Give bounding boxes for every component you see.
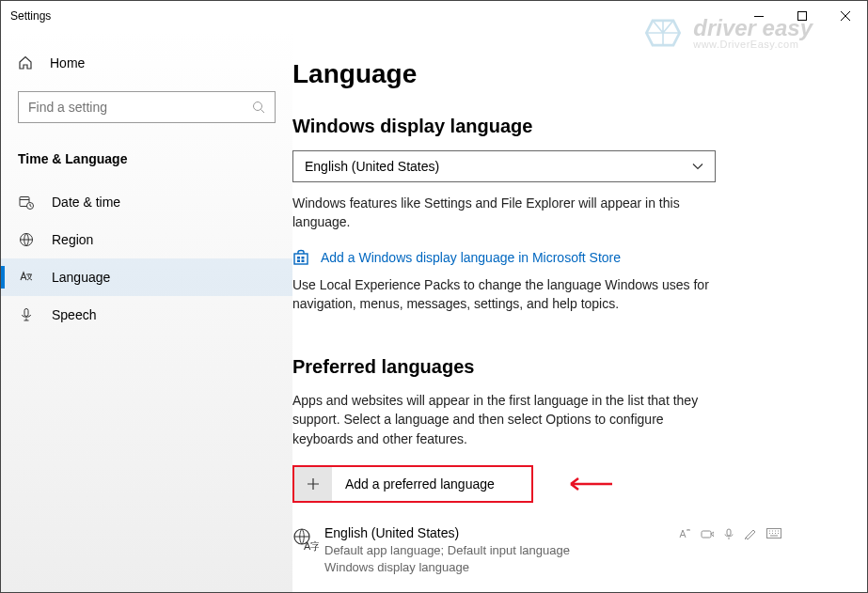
dropdown-selected: English (United States) <box>305 159 439 174</box>
annotation-arrow <box>565 476 612 492</box>
display-language-dropdown[interactable]: English (United States) <box>292 150 716 182</box>
sidebar-item-date-time[interactable]: Date & time <box>1 183 292 221</box>
sidebar-item-label: Date & time <box>52 195 120 210</box>
language-entry-icon: A字 <box>292 525 324 575</box>
svg-rect-16 <box>767 528 781 538</box>
svg-text:A字: A字 <box>304 540 319 552</box>
search-icon <box>252 101 265 114</box>
maximize-button[interactable] <box>781 1 824 31</box>
calendar-clock-icon <box>18 195 35 210</box>
svg-rect-1 <box>798 12 807 21</box>
handwriting-icon <box>744 528 757 540</box>
home-nav[interactable]: Home <box>1 48 292 78</box>
keyboard-icon <box>766 528 781 540</box>
svg-rect-6 <box>24 309 28 317</box>
display-language-heading: Windows display language <box>292 116 829 137</box>
language-icon <box>18 270 35 285</box>
sidebar-item-region[interactable]: Region <box>1 221 292 258</box>
window-controls <box>737 1 867 31</box>
sidebar-item-label: Speech <box>52 307 96 322</box>
svg-rect-0 <box>754 16 764 17</box>
titlebar: Settings <box>1 1 867 31</box>
sidebar: Home Time & Language Date & time Region <box>1 31 292 592</box>
preferred-languages-desc: Apps and websites will appear in the fir… <box>292 391 725 448</box>
svg-rect-7 <box>294 254 308 264</box>
language-entry[interactable]: A字 English (United States) Default app l… <box>292 525 781 575</box>
language-sub1: Default app language; Default input lang… <box>324 542 781 559</box>
home-icon <box>18 55 33 70</box>
sidebar-section-title: Time & Language <box>1 144 292 183</box>
page-title: Language <box>292 59 829 89</box>
language-name: English (United States) <box>324 525 459 540</box>
add-language-label: Add a preferred language <box>332 476 495 492</box>
globe-icon <box>18 232 35 247</box>
sidebar-item-label: Region <box>52 232 93 247</box>
minimize-button[interactable] <box>737 1 781 31</box>
chevron-down-icon <box>692 163 703 170</box>
svg-rect-8 <box>297 257 300 259</box>
svg-rect-15 <box>727 529 731 536</box>
store-icon <box>292 249 309 266</box>
text-to-speech-icon <box>678 528 691 540</box>
search-box[interactable] <box>18 91 276 123</box>
home-label: Home <box>50 55 85 70</box>
add-preferred-language-button[interactable]: Add a preferred language <box>292 465 533 503</box>
speech-recognition-icon <box>701 528 714 540</box>
display-language-desc: Windows features like Settings and File … <box>292 194 725 232</box>
search-input[interactable] <box>28 100 252 115</box>
svg-point-2 <box>254 102 262 111</box>
language-feature-icons <box>678 528 781 540</box>
experience-packs-desc: Use Local Experience Packs to change the… <box>292 275 725 314</box>
sidebar-item-language[interactable]: Language <box>1 258 292 296</box>
svg-rect-11 <box>302 259 305 262</box>
close-button[interactable] <box>824 1 867 31</box>
sidebar-item-speech[interactable]: Speech <box>1 296 292 334</box>
voice-icon <box>723 528 734 540</box>
sidebar-item-label: Language <box>52 270 110 285</box>
preferred-languages-heading: Preferred languages <box>292 356 829 378</box>
plus-icon <box>294 467 332 501</box>
language-sub2: Windows display language <box>324 559 781 576</box>
microphone-icon <box>18 307 35 322</box>
main-content: Language Windows display language Englis… <box>292 31 867 592</box>
svg-rect-14 <box>702 531 711 538</box>
window-title: Settings <box>10 9 51 23</box>
svg-rect-9 <box>302 257 305 259</box>
svg-rect-10 <box>297 259 300 262</box>
store-link[interactable]: Add a Windows display language in Micros… <box>321 250 621 265</box>
